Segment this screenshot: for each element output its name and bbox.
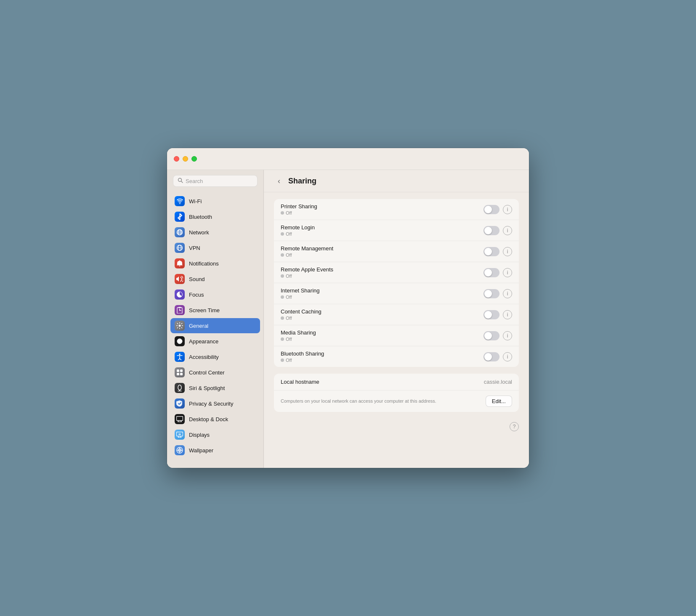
hostname-label: Local hostname — [281, 379, 484, 385]
displays-icon — [175, 430, 185, 440]
info-btn-media-sharing[interactable]: i — [503, 331, 512, 340]
setting-status-printer-sharing: Off — [281, 210, 483, 215]
sidebar-item-label-privacy: Privacy & Security — [189, 401, 233, 407]
setting-name-content-caching: Content Caching — [281, 308, 483, 315]
status-text-remote-apple-events: Off — [286, 273, 292, 279]
setting-row-remote-management: Remote ManagementOffi — [274, 241, 519, 262]
setting-info-media-sharing: Media SharingOff — [281, 329, 483, 342]
sidebar-item-wifi[interactable]: Wi-Fi — [170, 194, 260, 209]
accessibility-icon — [175, 352, 185, 362]
sidebar-item-siri[interactable]: Siri & Spotlight — [170, 380, 260, 396]
sidebar-item-controlcenter[interactable]: Control Center — [170, 365, 260, 380]
setting-controls-bluetooth-sharing: i — [483, 352, 512, 361]
setting-status-internet-sharing: Off — [281, 295, 483, 300]
sidebar-item-desktop[interactable]: Desktop & Dock — [170, 412, 260, 427]
help-button[interactable]: ? — [510, 422, 519, 431]
setting-controls-remote-apple-events: i — [483, 268, 512, 277]
close-button[interactable] — [174, 156, 179, 162]
status-text-remote-login: Off — [286, 231, 292, 236]
status-dot-printer-sharing — [281, 211, 284, 215]
setting-controls-internet-sharing: i — [483, 289, 512, 298]
sidebar-item-bluetooth[interactable]: Bluetooth — [170, 209, 260, 224]
sidebar-item-sound[interactable]: Sound — [170, 271, 260, 287]
detail-panel: ‹ Sharing Printer SharingOffiRemote Logi… — [264, 170, 529, 468]
status-dot-remote-apple-events — [281, 274, 284, 278]
svg-line-1 — [181, 181, 183, 183]
sidebar-item-general[interactable]: General — [170, 318, 260, 333]
sidebar-item-accessibility[interactable]: Accessibility — [170, 349, 260, 364]
maximize-button[interactable] — [191, 156, 197, 162]
setting-controls-printer-sharing: i — [483, 205, 512, 214]
info-btn-printer-sharing[interactable]: i — [503, 205, 512, 214]
main-content: Search Wi-FiBluetoothNetworkVPNNotificat… — [167, 170, 529, 468]
info-btn-content-caching[interactable]: i — [503, 310, 512, 319]
sidebar-item-label-desktop: Desktop & Dock — [189, 416, 228, 422]
info-btn-remote-management[interactable]: i — [503, 247, 512, 256]
setting-name-remote-login: Remote Login — [281, 224, 483, 231]
info-btn-remote-apple-events[interactable]: i — [503, 268, 512, 277]
status-text-printer-sharing: Off — [286, 210, 292, 215]
sidebar-item-label-wifi: Wi-Fi — [189, 198, 202, 204]
hostname-description: Computers on your local network can acce… — [281, 398, 479, 404]
status-dot-media-sharing — [281, 337, 284, 341]
setting-info-printer-sharing: Printer SharingOff — [281, 203, 483, 215]
svg-line-35 — [180, 434, 181, 435]
info-btn-remote-login[interactable]: i — [503, 226, 512, 235]
sidebar-item-network[interactable]: Network — [170, 225, 260, 240]
svg-rect-25 — [177, 417, 183, 421]
detail-title: Sharing — [288, 177, 316, 186]
sidebar-item-label-network: Network — [189, 229, 209, 236]
search-placeholder: Search — [186, 178, 203, 184]
info-btn-bluetooth-sharing[interactable]: i — [503, 352, 512, 361]
toggle-remote-login[interactable] — [483, 226, 499, 235]
setting-controls-remote-management: i — [483, 247, 512, 256]
setting-status-content-caching: Off — [281, 316, 483, 321]
sidebar-item-label-appearance: Appearance — [189, 338, 218, 345]
setting-controls-media-sharing: i — [483, 331, 512, 340]
appearance-icon — [175, 336, 185, 346]
bluetooth-icon — [175, 212, 185, 222]
toggle-remote-management[interactable] — [483, 247, 499, 256]
sidebar-item-privacy[interactable]: Privacy & Security — [170, 396, 260, 411]
status-text-content-caching: Off — [286, 316, 292, 321]
toggle-internet-sharing[interactable] — [483, 289, 499, 298]
toggle-media-sharing[interactable] — [483, 331, 499, 340]
edit-hostname-button[interactable]: Edit... — [486, 396, 512, 407]
system-settings-window: Search Wi-FiBluetoothNetworkVPNNotificat… — [167, 148, 529, 468]
network-icon — [175, 227, 185, 237]
toggle-bluetooth-sharing[interactable] — [483, 352, 499, 361]
status-text-media-sharing: Off — [286, 337, 292, 342]
status-text-internet-sharing: Off — [286, 295, 292, 300]
toggle-printer-sharing[interactable] — [483, 205, 499, 214]
setting-name-remote-management: Remote Management — [281, 245, 483, 252]
sidebar-item-screentime[interactable]: Screen Time — [170, 303, 260, 318]
setting-status-bluetooth-sharing: Off — [281, 358, 483, 363]
toggle-remote-apple-events[interactable] — [483, 268, 499, 277]
search-icon — [178, 178, 183, 184]
sidebar-item-displays[interactable]: Displays — [170, 427, 260, 442]
setting-status-media-sharing: Off — [281, 337, 483, 342]
sidebar-item-wallpaper[interactable]: Wallpaper — [170, 443, 260, 458]
sidebar-item-vpn[interactable]: VPN — [170, 240, 260, 255]
sidebar-item-label-notifications: Notifications — [189, 260, 219, 267]
back-button[interactable]: ‹ — [274, 176, 284, 186]
setting-row-content-caching: Content CachingOffi — [274, 304, 519, 325]
setting-name-printer-sharing: Printer Sharing — [281, 203, 483, 210]
setting-info-content-caching: Content CachingOff — [281, 308, 483, 321]
sidebar-item-notifications[interactable]: Notifications — [170, 256, 260, 271]
info-btn-internet-sharing[interactable]: i — [503, 289, 512, 298]
sidebar-item-appearance[interactable]: Appearance — [170, 334, 260, 349]
hostname-value: cassie.local — [484, 379, 512, 385]
status-dot-content-caching — [281, 316, 284, 320]
minimize-button[interactable] — [183, 156, 188, 162]
screentime-icon — [175, 305, 185, 315]
search-box[interactable]: Search — [173, 175, 258, 187]
toggle-content-caching[interactable] — [483, 310, 499, 319]
setting-status-remote-management: Off — [281, 252, 483, 258]
sidebar-item-focus[interactable]: Focus — [170, 287, 260, 302]
traffic-lights — [174, 156, 197, 162]
general-icon — [175, 321, 185, 331]
setting-info-internet-sharing: Internet SharingOff — [281, 287, 483, 300]
vpn-icon — [175, 243, 185, 253]
detail-content[interactable]: Printer SharingOffiRemote LoginOffiRemot… — [264, 192, 529, 468]
